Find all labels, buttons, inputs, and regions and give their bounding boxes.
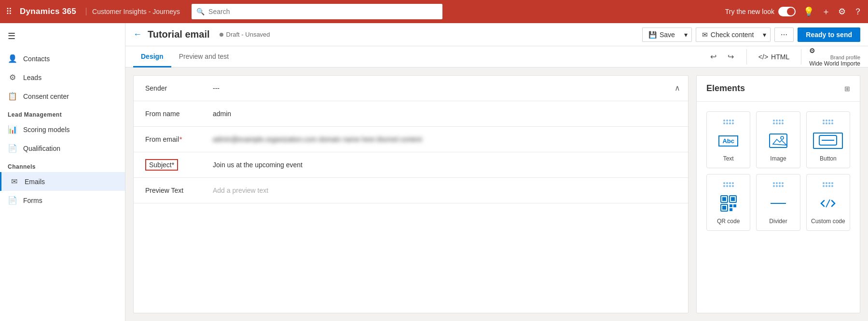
subject-value[interactable]: Join us at the upcoming event	[213, 159, 676, 171]
top-navigation: ⠿ Dynamics 365 Customer Insights - Journ…	[0, 0, 868, 23]
try-new-look[interactable]: Try the new look	[725, 7, 796, 16]
element-image[interactable]: Image	[756, 111, 800, 168]
sidebar-forms-label: Forms	[23, 197, 42, 204]
html-label: HTML	[771, 53, 789, 61]
undo-redo-group: ↩ ↪	[706, 49, 739, 65]
from-name-value[interactable]: admin	[213, 108, 676, 120]
text-icon-inner: Abc	[718, 135, 738, 147]
preview-text-label: Preview Text	[145, 187, 213, 194]
settings-icon[interactable]: ⚙	[838, 6, 846, 17]
sidebar-item-qualification[interactable]: 📄 Qualification	[0, 139, 125, 158]
form-row-from-email: From email admin@example.organization.co…	[134, 127, 688, 152]
svg-rect-12	[733, 204, 736, 207]
search-box[interactable]: 🔍	[192, 4, 442, 19]
button-icon-inner	[813, 133, 843, 149]
consent-icon: 📋	[8, 92, 17, 101]
sidebar-item-emails[interactable]: ✉ Emails	[0, 172, 125, 191]
save-label: Save	[660, 31, 675, 39]
button-element-icon	[817, 130, 839, 151]
check-content-button[interactable]: ✉ Check content	[696, 27, 760, 42]
qr-element-icon	[718, 193, 739, 214]
sidebar-item-leads-label: Leads	[23, 74, 41, 81]
svg-point-2	[781, 136, 784, 139]
image-element-label: Image	[770, 155, 786, 162]
more-options-icon: ⋯	[781, 31, 787, 39]
expand-icon[interactable]: ⊞	[844, 85, 850, 93]
from-name-label: From name	[145, 110, 213, 118]
svg-marker-1	[773, 139, 786, 145]
element-divider[interactable]: Divider	[756, 174, 800, 231]
svg-rect-13	[730, 208, 732, 211]
check-content-dropdown-button[interactable]: ▾	[759, 27, 771, 42]
emails-icon: ✉	[9, 177, 19, 186]
sidebar-item-forms[interactable]: 📄 Forms	[0, 191, 125, 210]
tab-divider	[746, 49, 747, 65]
elements-panel: Elements ⊞ Abc Text	[696, 75, 860, 313]
html-icon: </>	[758, 53, 768, 61]
search-input[interactable]	[208, 8, 438, 15]
element-text[interactable]: Abc Text	[706, 111, 750, 168]
preview-text-value[interactable]: Add a preview text	[213, 185, 676, 196]
undo-button[interactable]: ↩	[706, 49, 721, 65]
html-button[interactable]: </> HTML	[755, 51, 793, 63]
save-dropdown-button[interactable]: ▾	[680, 27, 692, 42]
brand-profile[interactable]: ⚙ Brand profile Wide World Importe	[809, 47, 860, 67]
brand-profile-icon: ⚙	[809, 47, 815, 54]
forms-icon: 📄	[8, 196, 17, 205]
element-qr-code[interactable]: QR code	[706, 174, 750, 231]
ready-to-send-button[interactable]: Ready to send	[798, 27, 860, 42]
qr-dots	[723, 182, 734, 187]
save-btn-group: 💾 Save ▾	[642, 27, 692, 42]
collapse-icon[interactable]: ∧	[675, 83, 680, 93]
sidebar-item-scoring-models[interactable]: 📊 Scoring models	[0, 120, 125, 139]
sidebar-item-contacts[interactable]: 👤 Contacts	[0, 49, 125, 68]
button-dots	[823, 120, 833, 124]
image-dots	[773, 120, 784, 124]
code-dots	[823, 182, 833, 187]
new-look-toggle[interactable]	[778, 7, 796, 16]
lightbulb-icon[interactable]: 💡	[803, 6, 814, 17]
svg-rect-6	[722, 197, 726, 201]
qualification-icon: 📄	[8, 144, 17, 153]
sidebar-item-consent-center[interactable]: 📋 Consent center	[0, 87, 125, 106]
sender-value[interactable]: ---	[213, 82, 676, 94]
sidebar-hamburger[interactable]: ☰	[0, 27, 125, 49]
sidebar-section-channels: Channels	[0, 158, 125, 172]
sender-label: Sender	[145, 84, 213, 92]
help-icon[interactable]: ？	[854, 6, 862, 17]
grid-icon[interactable]: ⠿	[6, 6, 12, 17]
sidebar-qualification-label: Qualification	[23, 145, 60, 152]
back-button[interactable]: ←	[133, 29, 142, 40]
try-new-look-label: Try the new look	[725, 8, 774, 15]
code-icon-svg	[819, 197, 837, 210]
from-email-value[interactable]: admin@example.organization.com domain na…	[213, 134, 676, 145]
redo-button[interactable]: ↪	[723, 49, 739, 65]
app-name: Customer Insights - Journeys	[86, 8, 180, 15]
divider-icon-inner	[771, 203, 786, 204]
element-custom-code[interactable]: Custom code	[806, 174, 850, 231]
main-layout: ☰ 👤 Contacts ⚙ Leads 📋 Consent center Le…	[0, 23, 868, 321]
qr-icon-svg	[720, 195, 737, 212]
email-form: Sender --- ∧ From name admin From email …	[134, 76, 688, 203]
sidebar-item-leads[interactable]: ⚙ Leads	[0, 68, 125, 87]
status-text: Draft - Unsaved	[226, 31, 270, 38]
svg-rect-8	[731, 197, 735, 201]
elements-header: Elements ⊞	[697, 76, 860, 102]
tab-design[interactable]: Design	[133, 47, 171, 67]
sidebar-item-contacts-label: Contacts	[23, 55, 50, 63]
more-options-button[interactable]: ⋯	[774, 27, 794, 42]
svg-rect-11	[730, 204, 732, 207]
search-icon: 🔍	[196, 8, 205, 15]
save-button[interactable]: 💾 Save	[642, 27, 681, 42]
form-row-subject: Subject* Join us at the upcoming event	[134, 152, 688, 178]
nav-right-actions: Try the new look 💡 ＋ ⚙ ？	[725, 6, 862, 17]
check-content-label: Check content	[711, 31, 754, 39]
sidebar-section-lead-management: Lead Management	[0, 106, 125, 120]
add-icon[interactable]: ＋	[822, 6, 830, 17]
tab-preview-test[interactable]: Preview and test	[171, 47, 237, 67]
code-element-icon	[817, 193, 839, 214]
divider-element-label: Divider	[769, 218, 787, 225]
text-dots	[723, 120, 734, 124]
element-button[interactable]: Button	[806, 111, 850, 168]
tab-divider-2	[801, 49, 801, 65]
